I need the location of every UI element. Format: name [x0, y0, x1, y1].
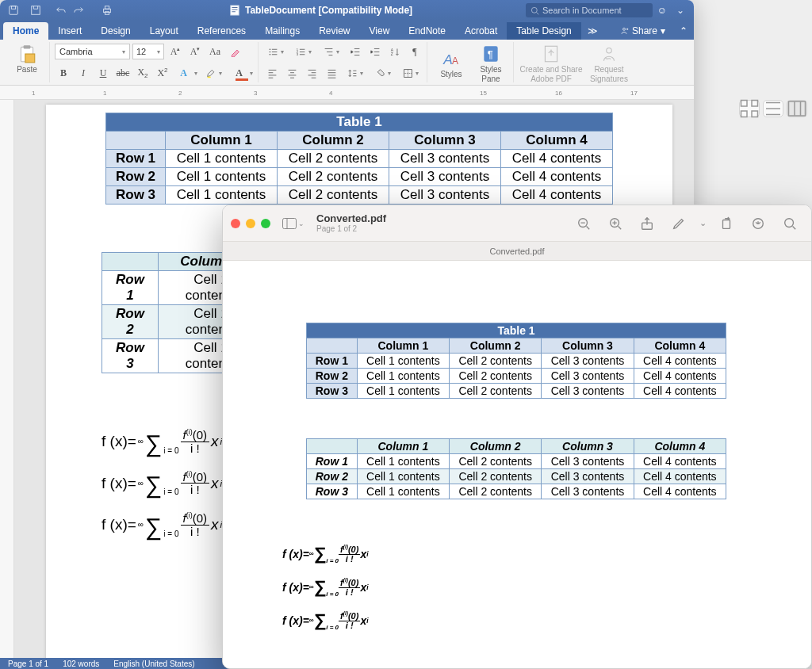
collapse-ribbon-icon[interactable]: ⌃ [673, 22, 694, 40]
zoom-in-icon[interactable] [602, 212, 629, 235]
decrease-font-icon[interactable]: A▾ [186, 44, 204, 59]
highlight-icon[interactable] [201, 65, 227, 81]
font-name-select[interactable]: Cambria [55, 44, 130, 59]
redo-icon[interactable] [70, 2, 87, 19]
tab-table-design[interactable]: Table Design [507, 22, 580, 40]
preview-page: Table 1 Column 1Column 2Column 3Column 4… [247, 267, 786, 644]
numbering-icon[interactable]: 123 [291, 44, 316, 59]
sort-icon[interactable]: AZ [386, 44, 404, 59]
table-row: Row 3 [106, 186, 166, 205]
font-size-select[interactable]: 12 [132, 44, 164, 59]
search-icon [530, 6, 539, 15]
rotate-icon[interactable] [713, 212, 740, 235]
word-ruler-v[interactable] [0, 100, 14, 658]
status-page[interactable]: Page 1 of 1 [8, 659, 48, 668]
bold-button[interactable]: B [55, 65, 72, 81]
text-effects-icon[interactable]: A [174, 65, 199, 81]
save-icon[interactable] [27, 2, 44, 19]
autosave-icon[interactable] [5, 2, 22, 19]
chevron-down-icon[interactable]: ⌄ [672, 2, 689, 19]
tab-more-icon[interactable]: ≫ [581, 22, 604, 40]
increase-indent-icon[interactable] [366, 44, 384, 59]
superscript-button[interactable]: X2 [154, 65, 171, 81]
minimize-button[interactable] [246, 219, 255, 228]
svg-text:16: 16 [555, 90, 562, 97]
strikethrough-button[interactable]: abc [114, 65, 132, 81]
tab-endnote[interactable]: EndNote [399, 22, 455, 40]
tab-acrobat[interactable]: Acrobat [455, 22, 507, 40]
print-icon[interactable] [98, 2, 116, 19]
tab-review[interactable]: Review [309, 22, 359, 40]
clear-formatting-icon[interactable] [226, 44, 243, 59]
justify-icon[interactable] [323, 65, 340, 81]
show-marks-icon[interactable]: ¶ [406, 44, 423, 59]
svg-text:¶: ¶ [488, 48, 493, 60]
tab-references[interactable]: References [188, 22, 255, 40]
svg-point-18 [270, 48, 271, 50]
grid-view-icon[interactable] [739, 100, 760, 117]
decrease-indent-icon[interactable] [347, 44, 364, 59]
tab-mailings[interactable]: Mailings [255, 22, 309, 40]
preview-canvas[interactable]: Table 1 Column 1Column 2Column 3Column 4… [223, 261, 811, 668]
svg-point-20 [270, 53, 271, 55]
svg-text:A: A [452, 55, 458, 67]
share-button[interactable]: Share ▾ [611, 22, 673, 40]
pdf-table-2: Column 1Column 2Column 3Column 4 Row 1Ce… [306, 438, 726, 499]
align-center-icon[interactable] [283, 65, 301, 81]
tab-design[interactable]: Design [91, 22, 140, 40]
underline-button[interactable]: U [94, 65, 112, 81]
borders-icon[interactable] [398, 65, 423, 81]
svg-text:4: 4 [329, 90, 333, 97]
svg-text:3: 3 [254, 90, 258, 97]
tab-insert[interactable]: Insert [48, 22, 91, 40]
subscript-button[interactable]: X2 [134, 65, 151, 81]
markup-icon[interactable] [665, 212, 692, 235]
preview-title: Converted.pdf [316, 213, 386, 224]
svg-rect-9 [105, 6, 109, 10]
preview-tab[interactable]: Converted.pdf [223, 242, 811, 261]
font-color-icon[interactable]: A [229, 65, 255, 81]
close-button[interactable] [231, 219, 240, 228]
tab-view[interactable]: View [360, 22, 400, 40]
share-icon[interactable] [634, 212, 661, 235]
increase-font-icon[interactable]: A▴ [167, 44, 184, 59]
undo-icon[interactable] [52, 2, 70, 19]
chevron-down-icon[interactable]: ⌄ [697, 212, 708, 235]
svg-text:1: 1 [103, 90, 107, 97]
column-view-icon[interactable] [787, 100, 807, 117]
search-icon[interactable] [776, 212, 803, 235]
doc-table-1[interactable]: Table 1 Column 1 Column 2 Column 3 Colum… [105, 113, 613, 205]
status-words[interactable]: 102 words [63, 659, 99, 668]
feedback-icon[interactable]: ☺ [653, 5, 672, 16]
highlight-icon[interactable] [745, 212, 772, 235]
svg-rect-16 [25, 54, 35, 63]
svg-rect-2 [741, 111, 748, 117]
create-share-pdf-button[interactable]: Create and Share Adobe PDF [519, 44, 584, 83]
svg-rect-1 [752, 101, 758, 107]
line-spacing-icon[interactable] [343, 65, 368, 81]
request-signatures-button[interactable]: Request Signatures [585, 44, 633, 83]
change-case-icon[interactable]: Aa [206, 44, 224, 59]
word-ruler-h[interactable]: 11234151617 [0, 86, 694, 100]
align-left-icon[interactable] [263, 65, 281, 81]
styles-button[interactable]: AA Styles [432, 44, 470, 83]
italic-button[interactable]: I [75, 65, 92, 81]
align-right-icon[interactable] [303, 65, 320, 81]
list-view-icon[interactable] [763, 100, 783, 117]
zoom-button[interactable] [261, 219, 270, 228]
tab-home[interactable]: Home [3, 22, 48, 40]
svg-text:15: 15 [480, 90, 487, 97]
sidebar-toggle-icon[interactable]: ⌄ [282, 213, 305, 234]
multilevel-list-icon[interactable] [319, 44, 344, 59]
zoom-out-icon[interactable] [570, 212, 597, 235]
shading-icon[interactable] [370, 65, 396, 81]
search-input[interactable]: Search in Document [526, 3, 653, 17]
styles-pane-button[interactable]: ¶ Styles Pane [472, 44, 510, 83]
svg-rect-4 [789, 101, 806, 116]
status-lang[interactable]: English (United States) [113, 659, 194, 668]
paste-button[interactable]: Paste [8, 44, 46, 74]
svg-rect-45 [723, 220, 730, 228]
tab-layout[interactable]: Layout [140, 22, 188, 40]
svg-rect-15 [24, 45, 31, 48]
bullets-icon[interactable] [263, 44, 289, 59]
